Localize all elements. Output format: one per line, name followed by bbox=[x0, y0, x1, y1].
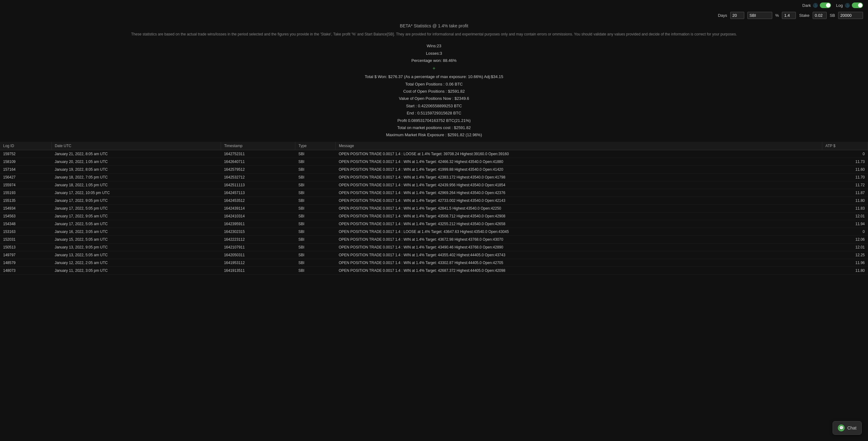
cell-log-id: 148073 bbox=[0, 267, 52, 274]
table-row: 158109 January 20, 2022, 1:05 am UTC 164… bbox=[0, 158, 868, 166]
cell-message: OPEN POSITION TRADE 0.0017 1.4 : WIN at … bbox=[336, 267, 822, 274]
cell-date: January 18, 2022, 7:05 pm UTC bbox=[52, 173, 221, 181]
cell-message: OPEN POSITION TRADE 0.0017 1.4 : WIN at … bbox=[336, 251, 822, 259]
cell-atp: 12.06 bbox=[822, 235, 868, 243]
profit-text: Profit 0.089531704163752 BTC(21.21%) bbox=[0, 117, 868, 124]
cell-message: OPEN POSITION TRADE 0.0017 1.4 : WIN at … bbox=[336, 243, 822, 251]
sb-label: SB bbox=[830, 13, 835, 18]
cell-date: January 20, 2022, 1:05 am UTC bbox=[52, 158, 221, 166]
table-row: 156427 January 18, 2022, 7:05 pm UTC 164… bbox=[0, 173, 868, 181]
cell-message: OPEN POSITION TRADE 0.0017 1.4 : WIN at … bbox=[336, 220, 822, 228]
cell-timestamp: 1642752311 bbox=[221, 150, 295, 158]
cell-atp: 11.73 bbox=[822, 158, 868, 166]
cell-message: OPEN POSITION TRADE 0.0017 1.4 : WIN at … bbox=[336, 181, 822, 189]
cell-log-id: 159752 bbox=[0, 150, 52, 158]
cell-timestamp: 1642050311 bbox=[221, 251, 295, 259]
percent-input[interactable] bbox=[782, 12, 796, 19]
stake-input[interactable] bbox=[813, 12, 827, 19]
cell-atp: 11.83 bbox=[822, 204, 868, 212]
cell-atp: 12.01 bbox=[822, 212, 868, 220]
percentage-won-text: Percentage won: 88.46% bbox=[0, 57, 868, 64]
cell-log-id: 154348 bbox=[0, 220, 52, 228]
cell-type: SBI bbox=[296, 243, 336, 251]
cell-timestamp: 1642579512 bbox=[221, 166, 295, 173]
cell-date: January 13, 2022, 5:05 am UTC bbox=[52, 251, 221, 259]
cell-log-id: 152031 bbox=[0, 235, 52, 243]
chat-icon: 💬 bbox=[838, 424, 845, 431]
cell-atp: 11.87 bbox=[822, 189, 868, 197]
cell-type: SBI bbox=[296, 251, 336, 259]
cell-type: SBI bbox=[296, 150, 336, 158]
symbol-input[interactable] bbox=[747, 12, 772, 19]
cell-type: SBI bbox=[296, 267, 336, 274]
cell-type: SBI bbox=[296, 212, 336, 220]
cell-message: OPEN POSITION TRADE 0.0017 1.4 : LOOSE a… bbox=[336, 228, 822, 235]
cell-log-id: 153163 bbox=[0, 228, 52, 235]
cell-atp: 11.60 bbox=[822, 166, 868, 173]
start-text: Start : 0.42206558899253 BTC bbox=[0, 102, 868, 110]
cell-type: SBI bbox=[296, 173, 336, 181]
log-icon: 🌑 bbox=[845, 3, 850, 8]
table-row: 154563 January 17, 2022, 9:05 am UTC 164… bbox=[0, 212, 868, 220]
cell-type: SBI bbox=[296, 158, 336, 166]
log-toggle[interactable] bbox=[852, 2, 863, 8]
cell-date: January 16, 2022, 3:05 am UTC bbox=[52, 228, 221, 235]
cell-atp: 0 bbox=[822, 228, 868, 235]
col-header-atp: ATP $ bbox=[822, 142, 868, 150]
cell-message: OPEN POSITION TRADE 0.0017 1.4 : LOOSE a… bbox=[336, 150, 822, 158]
cell-atp: 11.96 bbox=[822, 259, 868, 267]
max-risk-text: Maximum Market Risk Exposure : $2591.82 … bbox=[0, 131, 868, 138]
end-text: End : 0.51159729315628 BTC bbox=[0, 110, 868, 117]
cell-atp: 11.72 bbox=[822, 181, 868, 189]
log-label: Log bbox=[836, 3, 843, 8]
table-row: 155193 January 17, 2022, 10:05 pm UTC 16… bbox=[0, 189, 868, 197]
cell-timestamp: 1642532712 bbox=[221, 173, 295, 181]
dark-label: Dark bbox=[802, 3, 811, 8]
summary-section: Wins:23 Losses:3 Percentage won: 88.46% … bbox=[0, 39, 868, 142]
wins-text: Wins:23 bbox=[0, 42, 868, 50]
cell-date: January 11, 2022, 3:05 pm UTC bbox=[52, 267, 221, 274]
dark-mode-icon: 🌑 bbox=[813, 3, 818, 8]
col-header-message: Message bbox=[336, 142, 822, 150]
cell-message: OPEN POSITION TRADE 0.0017 1.4 : WIN at … bbox=[336, 158, 822, 166]
days-input[interactable] bbox=[730, 12, 744, 19]
dark-toggle[interactable] bbox=[820, 2, 831, 8]
sb-input[interactable] bbox=[838, 12, 863, 19]
cell-timestamp: 1642640711 bbox=[221, 158, 295, 166]
cell-atp: 11.80 bbox=[822, 197, 868, 204]
cell-timestamp: 1642302315 bbox=[221, 228, 295, 235]
table-row: 152031 January 15, 2022, 5:05 am UTC 164… bbox=[0, 235, 868, 243]
chat-button[interactable]: 💬 Chat bbox=[833, 421, 862, 435]
dark-toggle-group: Dark 🌑 bbox=[802, 2, 831, 8]
total-on-market-text: Total on market positions cost : $2591.8… bbox=[0, 124, 868, 131]
cell-timestamp: 1641953112 bbox=[221, 259, 295, 267]
cell-timestamp: 1642107911 bbox=[221, 243, 295, 251]
cell-date: January 17, 2022, 5:05 am UTC bbox=[52, 220, 221, 228]
table-header: Log ID Date UTC Timestamp Type Message A… bbox=[0, 142, 868, 150]
plus-button[interactable]: + bbox=[0, 64, 868, 73]
cell-type: SBI bbox=[296, 228, 336, 235]
cell-log-id: 156427 bbox=[0, 173, 52, 181]
value-open-positions-text: Value of Open Positions Now : $2349.6 bbox=[0, 95, 868, 102]
log-table-container: Log ID Date UTC Timestamp Type Message A… bbox=[0, 142, 868, 275]
cell-log-id: 155193 bbox=[0, 189, 52, 197]
disclaimer: These statistics are based on the actual… bbox=[0, 30, 868, 39]
col-header-log-id: Log ID bbox=[0, 142, 52, 150]
cell-log-id: 148579 bbox=[0, 259, 52, 267]
col-header-date: Date UTC bbox=[52, 142, 221, 150]
cell-log-id: 158109 bbox=[0, 158, 52, 166]
cell-atp: 11.70 bbox=[822, 173, 868, 181]
cell-date: January 17, 2022, 9:05 am UTC bbox=[52, 212, 221, 220]
cell-message: OPEN POSITION TRADE 0.0017 1.4 : WIN at … bbox=[336, 173, 822, 181]
table-row: 154934 January 17, 2022, 5:05 pm UTC 164… bbox=[0, 204, 868, 212]
controls-row: Days % Stake SB bbox=[0, 10, 868, 20]
cell-timestamp: 1642410314 bbox=[221, 212, 295, 220]
stats-title: BETA* Statistics @ 1.4% take profit bbox=[0, 20, 868, 30]
cell-timestamp: 1642457113 bbox=[221, 189, 295, 197]
days-label: Days bbox=[718, 13, 727, 18]
cell-type: SBI bbox=[296, 189, 336, 197]
cell-log-id: 149797 bbox=[0, 251, 52, 259]
cell-log-id: 150513 bbox=[0, 243, 52, 251]
cell-log-id: 154934 bbox=[0, 204, 52, 212]
cell-message: OPEN POSITION TRADE 0.0017 1.4 : WIN at … bbox=[336, 235, 822, 243]
